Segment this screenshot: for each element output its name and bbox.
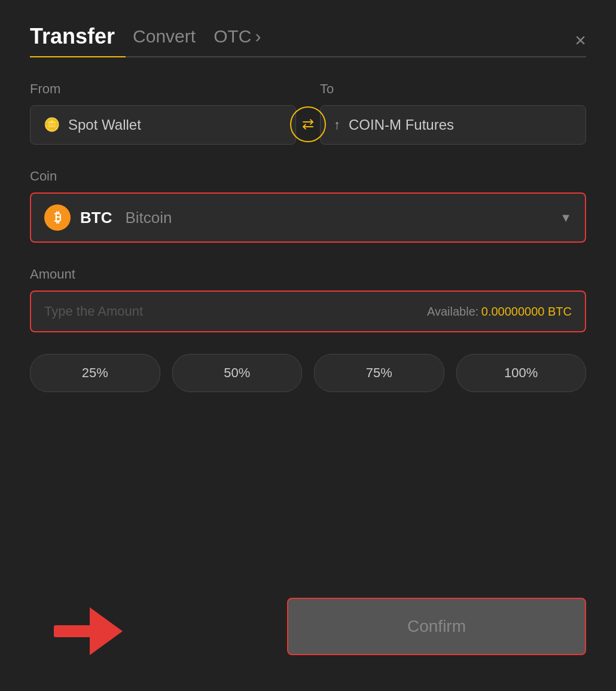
coin-symbol: BTC xyxy=(80,209,112,227)
from-wallet-selector[interactable]: 🪙 Spot Wallet xyxy=(30,105,296,145)
coin-dropdown[interactable]: ₿ BTC Bitcoin ▼ xyxy=(30,192,586,243)
to-label: To xyxy=(320,81,586,97)
amount-placeholder: Type the Amount xyxy=(44,304,143,319)
bottom-area: Confirm xyxy=(30,598,586,655)
amount-section: Amount Type the Amount Available: 0.0000… xyxy=(30,267,586,332)
pct-25-button[interactable]: 25% xyxy=(30,354,160,392)
wallet-icon: 🪙 xyxy=(44,117,60,133)
pct-50-button[interactable]: 50% xyxy=(172,354,303,392)
coin-label: Coin xyxy=(30,169,586,184)
from-section: From 🪙 Spot Wallet xyxy=(30,81,296,145)
tab-divider xyxy=(30,56,586,57)
from-label: From xyxy=(30,81,296,97)
close-button[interactable]: × xyxy=(575,30,586,50)
amount-box: Type the Amount Available: 0.00000000 BT… xyxy=(30,291,586,332)
swap-arrows-icon: ⇄ xyxy=(302,116,314,133)
coin-name: Bitcoin xyxy=(125,209,172,227)
available-display: Available: 0.00000000 BTC xyxy=(427,305,572,319)
confirm-button[interactable]: Confirm xyxy=(287,598,586,655)
percentage-row: 25% 50% 75% 100% xyxy=(30,354,586,392)
pct-75-button[interactable]: 75% xyxy=(314,354,444,392)
modal-header: Transfer Convert OTC › × xyxy=(30,24,586,56)
futures-icon: ↑ xyxy=(334,117,340,133)
chevron-down-icon: ▼ xyxy=(560,211,572,225)
pct-100-button[interactable]: 100% xyxy=(456,354,587,392)
tab-otc[interactable]: OTC › xyxy=(214,26,261,54)
transfer-modal: Transfer Convert OTC › × From 🪙 Spot Wal… xyxy=(0,0,616,691)
arrow-indicator xyxy=(54,607,123,655)
from-to-row: From 🪙 Spot Wallet ⇄ To ↑ COIN-M Futures xyxy=(30,81,586,145)
available-label: Available: xyxy=(427,305,478,318)
tab-convert[interactable]: Convert xyxy=(133,26,196,54)
btc-icon: ₿ xyxy=(44,204,71,231)
to-wallet-name: COIN-M Futures xyxy=(349,117,454,133)
to-wallet-selector[interactable]: ↑ COIN-M Futures xyxy=(320,105,586,145)
available-value: 0.00000000 BTC xyxy=(481,305,572,318)
coin-section: Coin ₿ BTC Bitcoin ▼ xyxy=(30,169,586,243)
from-wallet-name: Spot Wallet xyxy=(68,117,141,133)
to-section: To ↑ COIN-M Futures xyxy=(320,81,586,145)
amount-label: Amount xyxy=(30,267,586,282)
swap-button[interactable]: ⇄ xyxy=(290,106,326,142)
tab-transfer[interactable]: Transfer xyxy=(30,24,115,56)
